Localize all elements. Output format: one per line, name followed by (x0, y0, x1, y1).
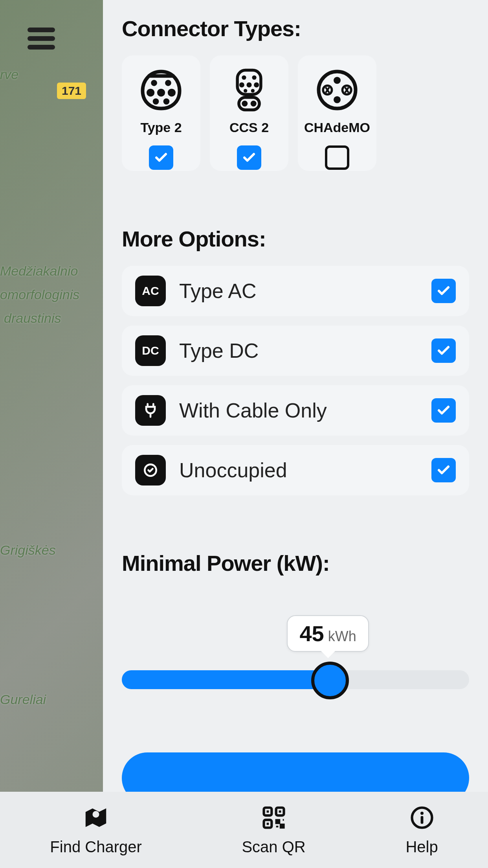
svg-point-24 (93, 811, 99, 818)
ccs2-icon (227, 68, 271, 112)
svg-point-11 (246, 82, 251, 87)
minimal-power-title: Minimal Power (kW): (122, 550, 469, 576)
svg-point-16 (242, 101, 248, 107)
map-pin-icon (81, 804, 111, 831)
option-checkbox[interactable] (431, 338, 456, 363)
plug-icon (135, 395, 166, 426)
svg-point-2 (147, 89, 154, 97)
map-label: Medžiakalnio (0, 263, 78, 279)
svg-point-8 (242, 75, 246, 80)
svg-point-10 (239, 82, 244, 87)
svg-point-12 (254, 82, 259, 87)
option-label: Unoccupied (179, 458, 418, 482)
svg-point-6 (163, 98, 170, 105)
slider-value: 45 (299, 621, 324, 646)
svg-point-5 (153, 98, 159, 105)
option-type-ac[interactable]: AC Type AC (122, 266, 469, 316)
info-icon (407, 804, 437, 831)
option-label: Type DC (179, 339, 418, 362)
map-label: rve (0, 67, 18, 82)
menu-icon[interactable] (28, 28, 55, 50)
slider-unit: kWh (328, 628, 356, 645)
options-list: AC Type AC DC Type DC With Cable Only (122, 266, 469, 495)
svg-rect-26 (266, 810, 269, 813)
option-label: Type AC (179, 279, 418, 303)
slider-fill (122, 670, 330, 689)
road-badge: 171 (57, 83, 86, 99)
check-icon (437, 463, 451, 477)
slider-tooltip: 45 kWh (287, 615, 369, 652)
dc-icon: DC (135, 335, 166, 366)
apply-button[interactable] (122, 752, 469, 792)
connector-name: Type 2 (140, 120, 182, 135)
nav-scan-qr[interactable]: Scan QR (242, 804, 305, 856)
svg-rect-28 (279, 810, 281, 813)
connector-card-type2[interactable]: Type 2 (122, 55, 200, 171)
check-icon (154, 151, 168, 165)
nav-help[interactable]: Help (405, 804, 438, 856)
svg-point-0 (151, 80, 157, 86)
connector-name: CCS 2 (229, 120, 269, 135)
map-label: Gureliai (0, 692, 46, 707)
connector-name: CHAdeMO (304, 120, 370, 135)
nav-find-charger[interactable]: Find Charger (50, 804, 141, 856)
svg-rect-7 (237, 70, 261, 95)
svg-point-1 (165, 80, 171, 86)
check-icon (437, 344, 451, 358)
svg-point-32 (420, 811, 424, 815)
filter-panel: Connector Types: Type 2 (103, 0, 488, 792)
svg-point-17 (251, 101, 257, 107)
svg-rect-30 (266, 822, 269, 825)
slider-thumb[interactable] (311, 662, 349, 699)
svg-point-3 (157, 89, 165, 97)
connector-card-ccs2[interactable]: CCS 2 (210, 55, 288, 171)
svg-point-14 (251, 89, 255, 92)
svg-point-4 (168, 89, 176, 97)
svg-point-13 (244, 89, 247, 92)
nav-label: Scan QR (242, 838, 305, 856)
check-icon (437, 403, 451, 417)
option-checkbox[interactable] (431, 398, 456, 423)
connector-types-title: Connector Types: (122, 16, 469, 41)
map-label: Grigiškės (0, 542, 56, 558)
nav-label: Find Charger (50, 838, 141, 856)
map-label: draustinis (4, 311, 61, 326)
option-checkbox[interactable] (431, 458, 456, 482)
connector-checkbox[interactable] (237, 145, 261, 170)
unoccupied-icon (135, 455, 166, 485)
ac-icon: AC (135, 276, 166, 306)
power-slider[interactable]: 45 kWh (122, 615, 469, 702)
bottom-nav: Find Charger Scan QR Help (0, 792, 488, 868)
svg-point-22 (334, 96, 341, 103)
svg-point-9 (252, 75, 256, 80)
connector-checkbox[interactable] (325, 145, 349, 170)
check-icon (242, 151, 256, 165)
connector-row: Type 2 CCS 2 (122, 55, 469, 171)
map-label: omorfologinis (0, 287, 79, 302)
nav-label: Help (405, 838, 438, 856)
option-label: With Cable Only (179, 399, 418, 422)
connector-card-chademo[interactable]: CHAdeMO (298, 55, 376, 171)
connector-checkbox[interactable] (149, 145, 173, 170)
app-root: 171 rve Medžiakalnio omorfologinis draus… (0, 0, 488, 868)
more-options-title: More Options: (122, 226, 469, 252)
option-with-cable[interactable]: With Cable Only (122, 385, 469, 436)
type2-icon (139, 68, 183, 112)
option-unoccupied[interactable]: Unoccupied (122, 445, 469, 495)
option-checkbox[interactable] (431, 279, 456, 303)
qr-icon (259, 804, 289, 831)
svg-rect-33 (420, 816, 423, 824)
check-icon (437, 284, 451, 298)
svg-point-19 (334, 77, 341, 84)
chademo-icon (315, 68, 359, 112)
option-type-dc[interactable]: DC Type DC (122, 326, 469, 376)
